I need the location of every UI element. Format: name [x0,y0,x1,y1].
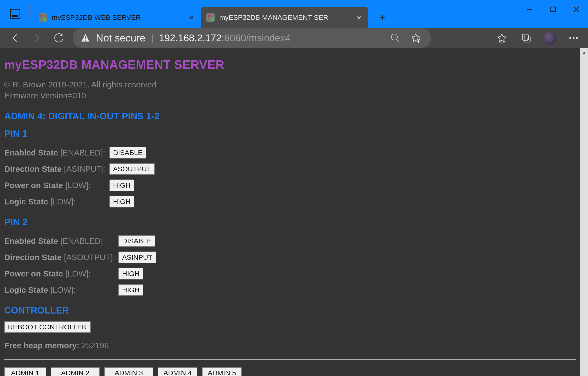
close-tab-icon[interactable]: × [188,13,195,22]
row-label: Logic State [4,197,48,206]
viewport: myESP32DB MANAGEMENT SERVER © R. Brown 2… [0,48,588,376]
forward-button[interactable] [29,30,45,46]
tab-label: myESP32DB MANAGEMENT SER [219,13,351,22]
table-row: Direction State [ASOUTPUT]: ASINPUT [4,249,159,265]
scroll-up-arrow-icon[interactable]: ▴ [580,48,588,56]
svg-point-20 [576,37,578,39]
tab-2-active[interactable]: myESP32DB MANAGEMENT SER × [201,7,368,28]
row-label: Enabled State [4,236,58,245]
collections-icon[interactable] [519,31,534,45]
section-heading: ADMIN 4: DIGITAL IN-OUT PINS 1-2 [4,111,576,122]
svg-line-7 [397,39,399,42]
maximize-button[interactable] [541,0,565,19]
row-label: Enabled State [4,148,58,157]
row-label: Power on State [4,181,63,190]
admin-nav-grid: ADMIN 1 ADMIN 2 ADMIN 3 ADMIN 4 ADMIN 5 … [4,367,576,376]
divider [30,3,31,18]
pin1-poweron-toggle-button[interactable]: HIGH [109,179,134,191]
heap-value: 252196 [82,341,109,350]
tab-label: myESP32DB WEB SERVER [52,13,183,22]
row-label: Direction State [4,164,62,173]
svg-point-18 [570,37,571,39]
favorite-star-icon[interactable] [408,31,423,45]
titlebar: myESP32DB WEB SERVER × myESP32DB MANAGEM… [0,0,588,28]
url-path: :6060/msindex4 [222,33,291,43]
pin1-direction-toggle-button[interactable]: ASOUTPUT [109,163,155,175]
divider-rule [4,359,576,360]
row-value: [ENABLED]: [60,236,105,245]
svg-point-19 [573,37,574,39]
page-title: myESP32DB MANAGEMENT SERVER [4,58,576,72]
table-row: Logic State [LOW]: HIGH [4,193,158,210]
favorites-icon[interactable] [494,31,509,45]
pin2-direction-toggle-button[interactable]: ASINPUT [118,252,156,263]
new-tab-button[interactable]: + [373,8,391,27]
controller-heading: CONTROLLER [4,305,576,316]
close-tab-icon[interactable]: × [355,13,363,22]
table-row: Logic State [LOW]: HIGH [4,282,159,298]
heap-memory-row: Free heap memory: 252196 [4,341,576,350]
pin1-table: Enabled State [ENABLED]: DISABLE Directi… [4,144,158,210]
close-window-button[interactable] [565,0,588,19]
tab-1[interactable]: myESP32DB WEB SERVER × [33,7,201,28]
row-value: [LOW]: [50,197,76,206]
pin1-logic-toggle-button[interactable]: HIGH [109,196,134,208]
copyright-text: © R. Brown 2019-2021. All rights reserve… [4,79,576,90]
url-host: 192.168.2.172 [159,33,222,43]
pin1-enabled-toggle-button[interactable]: DISABLE [109,147,147,158]
svg-rect-4 [85,36,86,39]
table-row: Power on State [LOW]: HIGH [4,265,159,282]
more-menu-icon[interactable] [566,31,581,45]
security-label: Not secure [96,32,146,44]
admin-2-button[interactable]: ADMIN 2 [51,367,100,376]
admin-5-button[interactable]: ADMIN 5 [202,367,242,376]
page-content: myESP32DB MANAGEMENT SERVER © R. Brown 2… [0,48,580,376]
pin2-heading: PIN 2 [4,217,576,227]
not-secure-warning-icon [81,33,90,43]
app-menu-icon[interactable] [0,0,30,28]
row-value: [LOW]: [50,285,76,294]
firmware-version: Firmware Version=010 [4,90,576,101]
toolbar: Not secure | 192.168.2.172:6060/msindex4 [0,28,588,48]
back-button[interactable] [7,30,23,46]
favicon-icon [206,13,215,22]
browser-window: myESP32DB WEB SERVER × myESP32DB MANAGEM… [0,0,588,376]
svg-rect-5 [85,40,86,41]
admin-1-button[interactable]: ADMIN 1 [4,367,46,376]
svg-rect-14 [522,34,528,40]
separator: | [151,33,153,43]
pin2-table: Enabled State [ENABLED]: DISABLE Directi… [4,233,159,298]
refresh-button[interactable] [51,30,67,46]
row-label: Logic State [4,285,48,294]
row-value: [LOW]: [65,269,91,278]
row-value: [LOW]: [65,181,91,190]
window-controls [518,0,588,19]
pin2-poweron-toggle-button[interactable]: HIGH [118,268,143,279]
minimize-button[interactable] [518,0,541,19]
address-bar[interactable]: Not secure | 192.168.2.172:6060/msindex4 [73,28,431,48]
table-row: Power on State [LOW]: HIGH [4,177,158,193]
row-label: Power on State [4,269,63,278]
heap-label: Free heap memory: [4,341,79,350]
pin2-enabled-toggle-button[interactable]: DISABLE [118,235,155,247]
vertical-scrollbar[interactable]: ▴ ▾ [580,48,588,376]
row-value: [ASOUTPUT]: [64,253,115,262]
table-row: Direction State [ASINPUT]: ASOUTPUT [4,161,158,177]
pin1-heading: PIN 1 [4,128,576,139]
favicon-icon [39,13,47,22]
admin-4-button[interactable]: ADMIN 4 [158,367,197,376]
pin2-logic-toggle-button[interactable]: HIGH [118,284,143,296]
reboot-controller-button[interactable]: REBOOT CONTROLLER [4,321,91,333]
profile-avatar[interactable] [543,31,557,45]
row-label: Direction State [4,253,62,262]
table-row: Enabled State [ENABLED]: DISABLE [4,144,158,161]
table-row: Enabled State [ENABLED]: DISABLE [4,233,159,249]
zoom-out-icon[interactable] [388,31,403,45]
url: 192.168.2.172:6060/msindex4 [159,33,291,44]
admin-3-button[interactable]: ADMIN 3 [104,367,153,376]
tab-strip: myESP32DB WEB SERVER × myESP32DB MANAGEM… [33,0,391,28]
row-value: [ASINPUT]: [64,164,106,173]
svg-rect-1 [551,7,556,12]
row-value: [ENABLED]: [60,148,105,157]
